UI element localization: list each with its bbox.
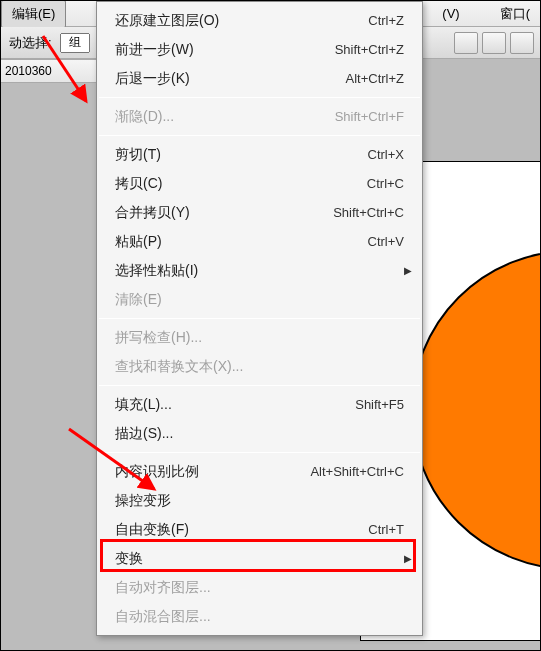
- align-icon-2[interactable]: [482, 32, 506, 54]
- menu-step-forward[interactable]: 前进一步(W) Shift+Ctrl+Z: [97, 35, 422, 64]
- menu-free-transform[interactable]: 自由变换(F) Ctrl+T: [97, 515, 422, 544]
- menu-content-aware[interactable]: 内容识别比例 Alt+Shift+Ctrl+C: [97, 457, 422, 486]
- menu-step-back[interactable]: 后退一步(K) Alt+Ctrl+Z: [97, 64, 422, 93]
- menu-cut[interactable]: 剪切(T) Ctrl+X: [97, 140, 422, 169]
- menu-fill[interactable]: 填充(L)... Shift+F5: [97, 390, 422, 419]
- menu-undo[interactable]: 还原建立图层(O) Ctrl+Z: [97, 6, 422, 35]
- align-icon-3[interactable]: [510, 32, 534, 54]
- pie-shape: [411, 250, 541, 570]
- separator: [99, 97, 420, 98]
- menu-edit[interactable]: 编辑(E): [1, 0, 66, 28]
- menu-find: 查找和替换文本(X)...: [97, 352, 422, 381]
- menu-view-partial[interactable]: (V): [432, 2, 469, 25]
- menu-clear: 清除(E): [97, 285, 422, 314]
- menu-auto-blend: 自动混合图层...: [97, 602, 422, 631]
- menu-fade: 渐隐(D)... Shift+Ctrl+F: [97, 102, 422, 131]
- submenu-arrow-icon: ▶: [404, 553, 412, 564]
- toolbar-label: 动选择:: [9, 34, 52, 52]
- menu-copy-merged[interactable]: 合并拷贝(Y) Shift+Ctrl+C: [97, 198, 422, 227]
- separator: [99, 385, 420, 386]
- menu-stroke[interactable]: 描边(S)...: [97, 419, 422, 448]
- menu-spell: 拼写检查(H)...: [97, 323, 422, 352]
- separator: [99, 452, 420, 453]
- menu-paste-special[interactable]: 选择性粘贴(I) ▶: [97, 256, 422, 285]
- submenu-arrow-icon: ▶: [404, 265, 412, 276]
- menu-window[interactable]: 窗口(: [490, 1, 540, 27]
- menu-copy[interactable]: 拷贝(C) Ctrl+C: [97, 169, 422, 198]
- document-tab[interactable]: 2010360: [1, 59, 99, 83]
- edit-menu-dropdown: 还原建立图层(O) Ctrl+Z 前进一步(W) Shift+Ctrl+Z 后退…: [96, 1, 423, 636]
- separator: [99, 318, 420, 319]
- menu-auto-align: 自动对齐图层...: [97, 573, 422, 602]
- menu-transform[interactable]: 变换 ▶: [97, 544, 422, 573]
- separator: [99, 135, 420, 136]
- menu-paste[interactable]: 粘贴(P) Ctrl+V: [97, 227, 422, 256]
- menu-puppet[interactable]: 操控变形: [97, 486, 422, 515]
- group-select[interactable]: [60, 33, 90, 53]
- align-icon-1[interactable]: [454, 32, 478, 54]
- document-tab-label: 2010360: [5, 64, 52, 78]
